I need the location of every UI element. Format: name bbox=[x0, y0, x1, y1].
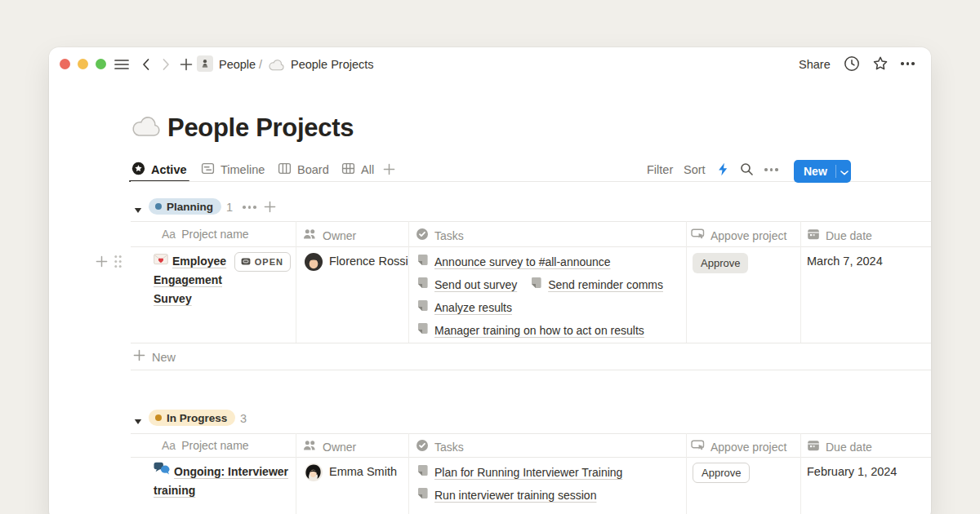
text-property-icon: Aa bbox=[162, 439, 176, 452]
back-icon[interactable] bbox=[141, 58, 150, 74]
tab-all[interactable]: All bbox=[341, 158, 374, 181]
new-button-divider bbox=[835, 165, 836, 178]
table-view-icon bbox=[341, 162, 355, 179]
page-icon bbox=[416, 322, 429, 338]
open-status-badge[interactable]: OPEN bbox=[234, 252, 291, 272]
column-divider bbox=[296, 221, 296, 343]
open-badge-label: OPEN bbox=[255, 253, 283, 272]
row-add-icon[interactable] bbox=[96, 255, 108, 271]
group-add-icon[interactable] bbox=[264, 201, 276, 216]
task-chip[interactable]: Analyze results bbox=[416, 299, 512, 315]
table-border bbox=[131, 457, 931, 458]
table-border bbox=[131, 246, 931, 247]
check-circle-icon bbox=[416, 439, 429, 455]
group-status-pill-planning[interactable]: Planning bbox=[149, 198, 221, 215]
new-page-icon[interactable] bbox=[180, 58, 193, 74]
chevron-down-icon[interactable] bbox=[840, 164, 849, 179]
filter-button[interactable]: Filter bbox=[647, 162, 673, 177]
column-header-due[interactable]: Due date bbox=[807, 439, 872, 455]
breadcrumb-team[interactable]: People bbox=[219, 57, 256, 72]
new-button-label: New bbox=[794, 165, 835, 178]
timeline-view-icon bbox=[201, 162, 215, 179]
tasks-cell[interactable]: Plan for Running Interviewer Training Ru… bbox=[416, 464, 682, 510]
column-header-tasks[interactable]: Tasks bbox=[416, 439, 464, 455]
speech-bubbles-icon bbox=[154, 462, 170, 481]
view-options-icon[interactable] bbox=[764, 168, 778, 171]
group-toggle-icon[interactable] bbox=[134, 414, 142, 428]
favorite-star-icon[interactable] bbox=[872, 55, 889, 75]
task-chip[interactable]: Announce survey to #all-announce bbox=[416, 254, 611, 269]
task-line: Send out survey Send reminder comms bbox=[416, 277, 682, 292]
zoom-window-button[interactable] bbox=[96, 59, 106, 69]
tab-active-label: Active bbox=[151, 163, 187, 176]
approve-button[interactable]: Approve bbox=[693, 253, 748, 273]
column-divider bbox=[408, 433, 409, 514]
new-row-label: New bbox=[152, 350, 176, 365]
task-chip[interactable]: Plan for Running Interviewer Training bbox=[416, 464, 622, 480]
drag-handle-icon[interactable] bbox=[114, 255, 122, 272]
avatar-emma bbox=[305, 463, 323, 485]
tab-active[interactable]: Active bbox=[131, 158, 187, 181]
approve-button[interactable]: Approve bbox=[693, 463, 750, 483]
group-more-icon[interactable] bbox=[243, 206, 256, 209]
more-options-icon[interactable] bbox=[901, 62, 915, 65]
status-dot bbox=[155, 414, 162, 421]
task-line: Plan for Running Interviewer Training bbox=[416, 464, 682, 480]
screenshot-canvas: People / People Projects Share People Pr… bbox=[0, 0, 980, 514]
task-chip[interactable]: Run interviewer training session bbox=[416, 487, 596, 503]
due-date-cell[interactable]: February 1, 2024 bbox=[807, 465, 897, 478]
project-title-cell[interactable]: OPEN Employee Engagement Survey bbox=[154, 252, 291, 308]
page-icon bbox=[416, 464, 429, 480]
task-line: Announce survey to #all-announce bbox=[416, 254, 682, 269]
button-glyph-icon bbox=[241, 253, 251, 272]
breadcrumb-page[interactable]: People Projects bbox=[291, 57, 374, 72]
sidebar-menu-icon[interactable] bbox=[114, 59, 129, 73]
avatar-florence bbox=[305, 253, 323, 274]
owner-cell[interactable]: Florence Rossi bbox=[329, 255, 408, 268]
column-header-approve[interactable]: Appove project bbox=[691, 439, 786, 455]
automation-bolt-icon[interactable] bbox=[718, 162, 728, 179]
page-icon bbox=[416, 277, 429, 292]
column-divider bbox=[686, 433, 687, 514]
search-icon[interactable] bbox=[740, 162, 754, 179]
table-border bbox=[131, 221, 931, 222]
page-title[interactable]: People Projects bbox=[167, 113, 354, 143]
task-chip[interactable]: Manager training on how to act on result… bbox=[416, 322, 644, 338]
status-dot bbox=[155, 203, 162, 210]
forward-icon[interactable] bbox=[162, 58, 171, 74]
tasks-cell[interactable]: Announce survey to #all-announce Send ou… bbox=[416, 254, 682, 345]
column-header-tasks[interactable]: Tasks bbox=[416, 228, 464, 244]
group-toggle-icon[interactable] bbox=[134, 202, 142, 217]
due-date-cell[interactable]: March 7, 2024 bbox=[807, 255, 883, 268]
task-chip[interactable]: Send out survey bbox=[416, 277, 517, 292]
tab-all-label: All bbox=[361, 163, 374, 176]
group-status-pill-in-progress[interactable]: In Progress bbox=[149, 410, 235, 426]
close-window-button[interactable] bbox=[60, 59, 70, 69]
column-header-project[interactable]: Aa Project name bbox=[162, 228, 249, 241]
column-header-approve[interactable]: Appove project bbox=[691, 228, 786, 244]
new-button[interactable]: New bbox=[794, 160, 851, 183]
project-title-cell[interactable]: Ongoing: Interviewer training bbox=[154, 463, 291, 500]
history-clock-icon[interactable] bbox=[844, 55, 860, 75]
column-header-project[interactable]: Aa Project name bbox=[162, 439, 249, 452]
tab-timeline[interactable]: Timeline bbox=[201, 158, 265, 181]
column-header-owner[interactable]: Owner bbox=[303, 439, 356, 454]
share-button[interactable]: Share bbox=[799, 57, 831, 72]
people-icon bbox=[303, 439, 317, 454]
tab-board[interactable]: Board bbox=[278, 158, 329, 181]
sort-button[interactable]: Sort bbox=[684, 162, 706, 177]
add-view-icon[interactable] bbox=[383, 163, 395, 179]
new-row-button[interactable]: New bbox=[133, 349, 176, 365]
task-chip[interactable]: Send reminder comms bbox=[530, 277, 663, 292]
page-icon bbox=[530, 277, 542, 292]
text-property-icon: Aa bbox=[162, 228, 176, 241]
teamspace-bust-icon[interactable] bbox=[197, 55, 213, 72]
board-view-icon bbox=[278, 162, 292, 179]
plus-icon bbox=[133, 349, 145, 365]
column-header-owner[interactable]: Owner bbox=[303, 228, 356, 243]
page-cloud-icon[interactable] bbox=[131, 116, 162, 141]
page-icon bbox=[416, 487, 429, 503]
column-header-due[interactable]: Due date bbox=[807, 228, 872, 244]
owner-cell[interactable]: Emma Smith bbox=[329, 465, 397, 478]
minimize-window-button[interactable] bbox=[78, 59, 88, 69]
